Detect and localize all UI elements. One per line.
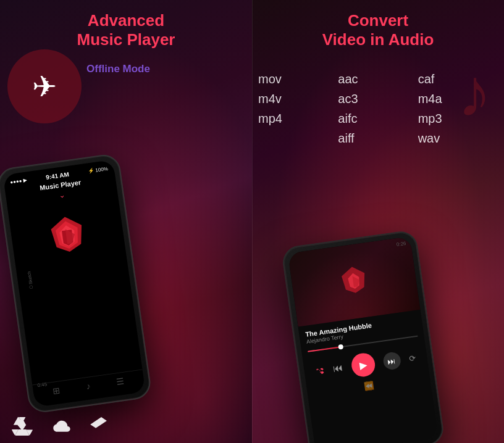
cloud-service-icon — [51, 417, 73, 436]
format-aiff: aiff — [338, 130, 418, 146]
format-grid: mov m4v mp4 aac ac3 aifc aiff caf m4a mp… — [258, 71, 498, 146]
offline-mode-label: Offline Mode — [86, 63, 150, 75]
phone-mockup-left: ●●●● ▶ 9:41 AM ⚡ 100% Music Player ⌄ — [0, 152, 153, 414]
play-button[interactable]: ▶ — [350, 352, 376, 378]
shuffle-button[interactable] — [315, 366, 325, 376]
airplane-icon: ✈ — [7, 49, 82, 123]
player-logo — [333, 260, 375, 302]
format-mov: mov — [258, 71, 338, 87]
phone-status-icons: ⚡ 100% — [88, 166, 108, 174]
right-header: Convert Video in Audio — [252, 11, 504, 49]
format-aifc: aifc — [338, 110, 418, 126]
format-m4v: m4v — [258, 91, 338, 107]
right-panel: Convert Video in Audio ♪ mov m4v mp4 aac… — [252, 0, 504, 443]
format-m4a: m4a — [418, 91, 498, 107]
format-col-1: mov m4v mp4 — [258, 71, 338, 146]
format-wav: wav — [418, 130, 498, 146]
service-icons — [0, 417, 252, 436]
phone-screen-right: 0:26 The Amazing Hubble Alejandro Terry — [288, 236, 439, 443]
format-ac3: ac3 — [338, 91, 418, 107]
panel-divider — [252, 0, 253, 443]
google-drive-icon — [11, 417, 33, 436]
format-col-3: caf m4a mp3 wav — [418, 71, 498, 146]
svg-marker-6 — [347, 273, 360, 290]
repeat-button[interactable]: ⟳ — [408, 353, 416, 363]
app-logo — [40, 209, 95, 264]
left-header: Advanced Music Player — [0, 11, 252, 49]
format-aac: aac — [338, 71, 418, 87]
right-title-line1: Convert — [252, 11, 504, 30]
back-button[interactable]: ⏪ — [363, 381, 374, 391]
format-col-2: aac ac3 aifc aiff — [338, 71, 418, 146]
svg-marker-5 — [340, 265, 367, 295]
format-mp4: mp4 — [258, 110, 338, 126]
format-caf: caf — [418, 71, 498, 87]
format-mp3: mp3 — [418, 110, 498, 126]
next-button[interactable]: ⏭ — [382, 351, 401, 371]
left-title-line1: Advanced — [0, 11, 252, 30]
player-time: 0:26 — [396, 241, 406, 247]
right-title-line2: Video in Audio — [252, 30, 504, 49]
left-panel: Advanced Music Player ✈ Offline Mode ●●●… — [0, 0, 252, 443]
dropbox-icon — [90, 417, 112, 436]
sketch-watermark: ⬡ Sketch — [27, 271, 34, 289]
svg-marker-7 — [352, 275, 360, 287]
left-title-line2: Music Player — [0, 30, 252, 49]
phone-chevron-icon: ⌄ — [58, 191, 65, 200]
phone-bottom-nav: ⊞ ♪ ☰ — [32, 369, 145, 402]
phone-mockup-right: 0:26 The Amazing Hubble Alejandro Terry — [281, 230, 446, 443]
prev-button[interactable]: ⏮ — [332, 362, 343, 375]
phone-screen-left: ●●●● ▶ 9:41 AM ⚡ 100% Music Player ⌄ — [3, 160, 146, 407]
